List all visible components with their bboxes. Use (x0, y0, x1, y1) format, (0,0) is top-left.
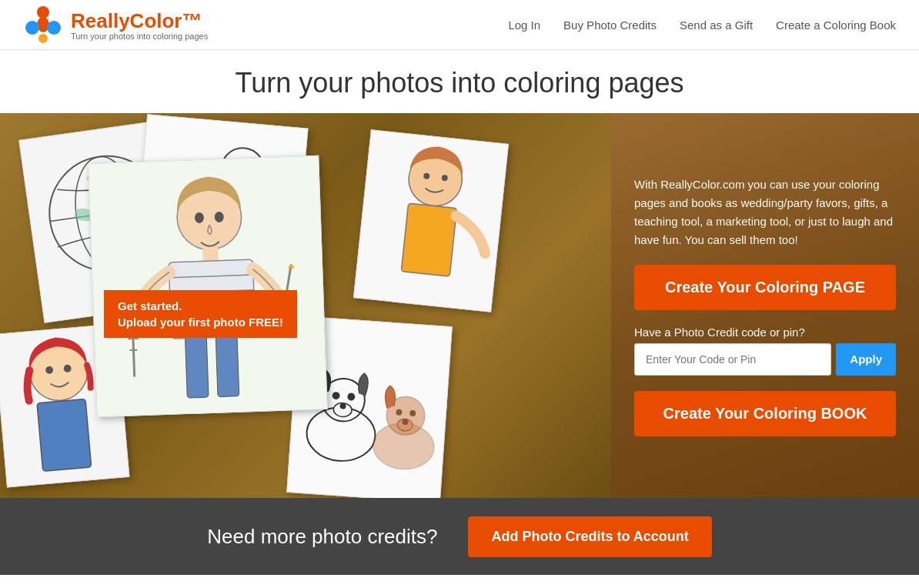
svg-point-3 (47, 21, 61, 35)
svg-point-4 (38, 34, 48, 43)
credit-code-input[interactable] (634, 343, 831, 376)
side-figure-sketch (354, 130, 508, 311)
svg-rect-39 (216, 335, 239, 396)
svg-rect-44 (401, 203, 456, 276)
main-nav: Log In Buy Photo Credits Send as a Gift … (508, 18, 896, 32)
svg-point-0 (37, 6, 49, 18)
hero-sidebar: With ReallyColor.com you can use your co… (611, 113, 919, 498)
logo-tagline: Turn your photos into coloring pages (71, 32, 208, 41)
hero-title: Turn your photos into coloring pages (15, 67, 904, 99)
credit-code-label: Have a Photo Credit code or pin? (634, 326, 896, 339)
logo-icon (23, 5, 63, 45)
logo-area: ReallyColor™ Turn your photos into color… (23, 5, 208, 45)
hero-section: Get started. Upload your first photo FRE… (0, 113, 919, 498)
nav-login[interactable]: Log In (508, 18, 540, 32)
header: ReallyColor™ Turn your photos into color… (0, 0, 919, 50)
logo-brand-really: ReallyColor (71, 9, 182, 32)
create-book-button[interactable]: Create Your Coloring BOOK (634, 391, 896, 436)
nav-create-book[interactable]: Create a Coloring Book (776, 18, 896, 32)
sidebar-description: With ReallyColor.com you can use your co… (634, 175, 896, 249)
logo-text-group: ReallyColor™ Turn your photos into color… (71, 9, 208, 41)
get-started-banner[interactable]: Get started. Upload your first photo FRE… (104, 290, 297, 338)
main-boy-sketch (89, 156, 326, 416)
hero-images-area: Get started. Upload your first photo FRE… (0, 113, 611, 498)
footer-bar: Need more photo credits? Add Photo Credi… (0, 498, 919, 575)
credit-code-row: Apply (634, 343, 896, 376)
add-credits-button[interactable]: Add Photo Credits to Account (468, 516, 711, 557)
paper-side-figure (353, 129, 509, 312)
footer-text: Need more photo credits? (207, 525, 437, 549)
logo-brand: ReallyColor™ (71, 9, 208, 33)
create-page-button[interactable]: Create Your Coloring PAGE (634, 265, 896, 310)
credit-code-section: Have a Photo Credit code or pin? Apply (634, 326, 896, 376)
svg-rect-49 (37, 399, 92, 471)
svg-rect-38 (185, 336, 209, 398)
get-started-line2: Upload your first photo FREE! (118, 314, 283, 330)
nav-send-gift[interactable]: Send as a Gift (680, 18, 753, 32)
get-started-line1: Get started. (118, 298, 283, 314)
paper-main-boy (88, 155, 327, 417)
hero-subtitle-section: Turn your photos into coloring pages (0, 50, 919, 113)
svg-point-2 (25, 21, 39, 35)
logo-tm: ™ (182, 9, 202, 32)
apply-button[interactable]: Apply (836, 343, 896, 376)
nav-buy-credits[interactable]: Buy Photo Credits (563, 18, 657, 32)
